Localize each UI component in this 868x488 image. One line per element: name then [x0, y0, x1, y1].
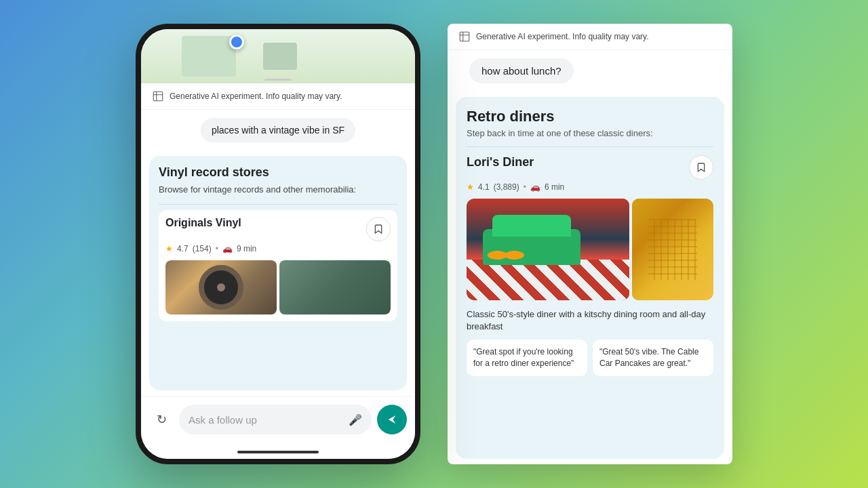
reviews-row: "Great spot if you're looking for a retr… [467, 340, 713, 376]
retro-divider [467, 146, 713, 147]
food-image [632, 199, 713, 300]
diner-image-side [632, 199, 713, 300]
review-card-1: "Great spot if you're looking for a retr… [467, 340, 587, 376]
home-indicator [141, 445, 415, 459]
result-description: Browse for vintage records and other mem… [159, 184, 397, 196]
panel-content: Generative AI experiment. Info quality m… [448, 24, 732, 464]
diner-star-icon: ★ [467, 182, 474, 192]
place-rating: 4.7 [177, 244, 189, 253]
map-pin [229, 35, 248, 54]
panel-ai-notice: Generative AI experiment. Info quality m… [448, 24, 732, 50]
scroll-indicator [264, 79, 292, 81]
panel-ai-notice-text: Generative AI experiment. Info quality m… [476, 32, 649, 41]
place-item: Originals Vinyl ★ 4.7 (154) • 🚗 9 min [159, 210, 397, 321]
diner-drive-time: 6 min [545, 182, 564, 192]
send-button[interactable] [377, 405, 407, 434]
search-input-area[interactable]: Ask a follow up 🎤 [179, 405, 372, 434]
retro-result-card: Retro diners Step back in time at one of… [456, 97, 724, 459]
diner-name: Lori's Diner [467, 155, 534, 169]
diner-meta: ★ 4.1 (3,889) • 🚗 6 min [467, 182, 713, 192]
diner-description: Classic 50's-style diner with a kitschy … [467, 308, 713, 333]
place-name: Originals Vinyl [165, 217, 241, 229]
panel-ai-icon [458, 30, 471, 43]
review-card-2: "Great 50's vibe. The Cable Car Pancakes… [593, 340, 713, 376]
search-placeholder: Ask a follow up [189, 414, 343, 426]
panel-frame: Generative AI experiment. Info quality m… [448, 24, 732, 464]
refresh-button[interactable]: ↻ [149, 407, 174, 432]
diner-drive-icon: 🚗 [530, 182, 540, 192]
drive-icon: 🚗 [222, 244, 233, 253]
refresh-icon: ↻ [157, 412, 167, 427]
home-bar [237, 451, 319, 453]
place-header: Originals Vinyl [165, 217, 391, 241]
ai-notice-text: Generative AI experiment. Info quality m… [170, 92, 342, 101]
bottom-bar: ↻ Ask a follow up 🎤 [141, 396, 415, 445]
place-image-2 [279, 260, 391, 314]
phone-content: Generative AI experiment. Info quality m… [141, 83, 415, 396]
ai-notice-bar: Generative AI experiment. Info quality m… [141, 83, 415, 110]
diner-header: Lori's Diner [467, 155, 713, 180]
diner-image-main [467, 199, 629, 300]
drive-time: 9 min [237, 244, 256, 253]
place-image-1 [165, 260, 277, 314]
ai-experiment-icon [152, 90, 164, 102]
diner-bookmark-button[interactable] [689, 155, 713, 180]
review-text-2: "Great 50's vibe. The Cable Car Pancakes… [599, 347, 698, 368]
map-area [141, 29, 415, 83]
retro-subtitle: Step back in time at one of these classi… [467, 128, 713, 138]
panel-query-bubble: how about lunch? [469, 58, 574, 83]
diner-reviews: (3,889) [494, 182, 519, 192]
phone-frame: Generative AI experiment. Info quality m… [136, 24, 420, 464]
mic-button[interactable]: 🎤 [349, 413, 362, 426]
star-icon: ★ [165, 244, 173, 253]
result-title: Vinyl record stores [159, 165, 397, 180]
place-reviews: (154) [193, 244, 212, 253]
retro-title: Retro diners [467, 108, 713, 125]
card-divider [159, 204, 397, 205]
diner-interior-image [467, 199, 629, 300]
place-meta: ★ 4.7 (154) • 🚗 9 min [165, 244, 391, 253]
place-images [165, 260, 391, 314]
diner-images [467, 199, 713, 300]
review-text-1: "Great spot if you're looking for a retr… [473, 347, 574, 368]
diner-rating: 4.1 [478, 182, 490, 192]
bookmark-button[interactable] [366, 217, 391, 241]
result-card: Vinyl record stores Browse for vintage r… [149, 156, 407, 390]
diner-car-decoration [483, 229, 580, 265]
query-bubble: places with a vintage vibe in SF [201, 118, 355, 142]
